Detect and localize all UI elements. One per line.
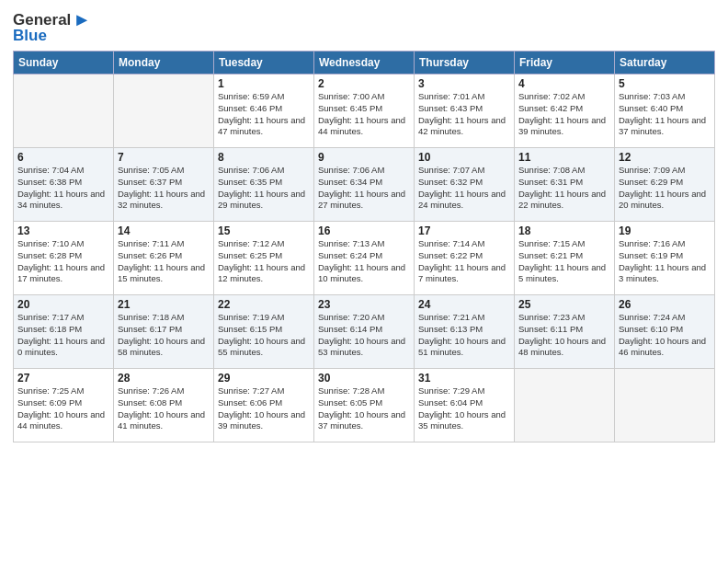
page: General ► Blue SundayMondayTuesdayWednes… [0, 0, 728, 563]
calendar-day-cell: 1Sunrise: 6:59 AM Sunset: 6:46 PM Daylig… [214, 75, 314, 148]
day-info: Sunrise: 7:18 AM Sunset: 6:17 PM Dayligh… [118, 312, 210, 359]
day-number: 27 [17, 372, 109, 385]
calendar-day-cell: 14Sunrise: 7:11 AM Sunset: 6:26 PM Dayli… [114, 222, 214, 295]
logo-arrow-icon: ► [73, 9, 91, 30]
day-number: 9 [318, 151, 410, 164]
day-number: 29 [218, 372, 310, 385]
day-info: Sunrise: 7:24 AM Sunset: 6:10 PM Dayligh… [619, 312, 711, 359]
logo: General ► Blue [13, 9, 91, 45]
day-info: Sunrise: 7:28 AM Sunset: 6:05 PM Dayligh… [318, 385, 410, 432]
calendar-header-row: SundayMondayTuesdayWednesdayThursdayFrid… [14, 52, 715, 75]
day-number: 11 [518, 151, 610, 164]
calendar-day-cell: 20Sunrise: 7:17 AM Sunset: 6:18 PM Dayli… [14, 295, 114, 369]
calendar-day-cell: 3Sunrise: 7:01 AM Sunset: 6:43 PM Daylig… [415, 75, 515, 148]
day-info: Sunrise: 7:19 AM Sunset: 6:15 PM Dayligh… [218, 312, 310, 359]
day-info: Sunrise: 7:05 AM Sunset: 6:37 PM Dayligh… [118, 165, 210, 212]
calendar-day-cell: 15Sunrise: 7:12 AM Sunset: 6:25 PM Dayli… [214, 222, 314, 295]
day-number: 22 [218, 298, 310, 311]
calendar-day-cell: 10Sunrise: 7:07 AM Sunset: 6:32 PM Dayli… [415, 148, 515, 222]
day-info: Sunrise: 7:04 AM Sunset: 6:38 PM Dayligh… [17, 165, 109, 212]
calendar-week-row: 20Sunrise: 7:17 AM Sunset: 6:18 PM Dayli… [14, 295, 715, 369]
calendar-day-cell: 19Sunrise: 7:16 AM Sunset: 6:19 PM Dayli… [615, 222, 715, 295]
calendar-day-cell: 30Sunrise: 7:28 AM Sunset: 6:05 PM Dayli… [314, 369, 415, 442]
col-header-friday: Friday [515, 52, 615, 75]
calendar-day-cell: 24Sunrise: 7:21 AM Sunset: 6:13 PM Dayli… [415, 295, 515, 369]
day-number: 13 [17, 224, 109, 237]
calendar-week-row: 6Sunrise: 7:04 AM Sunset: 6:38 PM Daylig… [14, 148, 715, 222]
day-info: Sunrise: 7:09 AM Sunset: 6:29 PM Dayligh… [619, 165, 711, 212]
calendar-day-cell: 11Sunrise: 7:08 AM Sunset: 6:31 PM Dayli… [515, 148, 615, 222]
calendar-day-cell: 26Sunrise: 7:24 AM Sunset: 6:10 PM Dayli… [615, 295, 715, 369]
day-number: 25 [518, 298, 610, 311]
calendar-day-cell: 17Sunrise: 7:14 AM Sunset: 6:22 PM Dayli… [415, 222, 515, 295]
logo-blue: Blue [13, 27, 47, 45]
day-info: Sunrise: 7:16 AM Sunset: 6:19 PM Dayligh… [619, 238, 711, 285]
day-info: Sunrise: 7:23 AM Sunset: 6:11 PM Dayligh… [518, 312, 610, 359]
day-info: Sunrise: 7:12 AM Sunset: 6:25 PM Dayligh… [218, 238, 310, 285]
col-header-monday: Monday [114, 52, 214, 75]
day-number: 3 [418, 77, 510, 90]
day-info: Sunrise: 7:20 AM Sunset: 6:14 PM Dayligh… [318, 312, 410, 359]
day-info: Sunrise: 7:10 AM Sunset: 6:28 PM Dayligh… [17, 238, 109, 285]
day-number: 15 [218, 224, 310, 237]
day-info: Sunrise: 7:29 AM Sunset: 6:04 PM Dayligh… [418, 385, 510, 432]
day-number: 8 [218, 151, 310, 164]
calendar-day-cell: 7Sunrise: 7:05 AM Sunset: 6:37 PM Daylig… [114, 148, 214, 222]
calendar-day-cell [515, 369, 615, 442]
day-number: 28 [118, 372, 210, 385]
day-number: 6 [17, 151, 109, 164]
day-number: 14 [118, 224, 210, 237]
day-number: 1 [218, 77, 310, 90]
calendar-day-cell: 28Sunrise: 7:26 AM Sunset: 6:08 PM Dayli… [114, 369, 214, 442]
calendar-day-cell: 5Sunrise: 7:03 AM Sunset: 6:40 PM Daylig… [615, 75, 715, 148]
day-number: 26 [619, 298, 711, 311]
day-info: Sunrise: 7:06 AM Sunset: 6:35 PM Dayligh… [218, 165, 310, 212]
day-info: Sunrise: 7:25 AM Sunset: 6:09 PM Dayligh… [17, 385, 109, 432]
day-info: Sunrise: 7:01 AM Sunset: 6:43 PM Dayligh… [418, 91, 510, 138]
calendar-day-cell [14, 75, 114, 148]
day-number: 12 [619, 151, 711, 164]
day-info: Sunrise: 7:08 AM Sunset: 6:31 PM Dayligh… [518, 165, 610, 212]
day-number: 30 [318, 372, 410, 385]
col-header-saturday: Saturday [615, 52, 715, 75]
calendar-day-cell: 8Sunrise: 7:06 AM Sunset: 6:35 PM Daylig… [214, 148, 314, 222]
day-number: 21 [118, 298, 210, 311]
day-number: 18 [518, 224, 610, 237]
calendar-day-cell: 2Sunrise: 7:00 AM Sunset: 6:45 PM Daylig… [314, 75, 415, 148]
calendar-day-cell: 22Sunrise: 7:19 AM Sunset: 6:15 PM Dayli… [214, 295, 314, 369]
day-number: 23 [318, 298, 410, 311]
day-info: Sunrise: 6:59 AM Sunset: 6:46 PM Dayligh… [218, 91, 310, 138]
day-info: Sunrise: 7:21 AM Sunset: 6:13 PM Dayligh… [418, 312, 510, 359]
day-info: Sunrise: 7:13 AM Sunset: 6:24 PM Dayligh… [318, 238, 410, 285]
calendar-week-row: 1Sunrise: 6:59 AM Sunset: 6:46 PM Daylig… [14, 75, 715, 148]
calendar-day-cell: 31Sunrise: 7:29 AM Sunset: 6:04 PM Dayli… [415, 369, 515, 442]
day-number: 5 [619, 77, 711, 90]
calendar-week-row: 27Sunrise: 7:25 AM Sunset: 6:09 PM Dayli… [14, 369, 715, 442]
calendar-day-cell: 13Sunrise: 7:10 AM Sunset: 6:28 PM Dayli… [14, 222, 114, 295]
day-info: Sunrise: 7:26 AM Sunset: 6:08 PM Dayligh… [118, 385, 210, 432]
day-number: 17 [418, 224, 510, 237]
day-info: Sunrise: 7:11 AM Sunset: 6:26 PM Dayligh… [118, 238, 210, 285]
col-header-wednesday: Wednesday [314, 52, 415, 75]
calendar-day-cell: 16Sunrise: 7:13 AM Sunset: 6:24 PM Dayli… [314, 222, 415, 295]
day-info: Sunrise: 7:03 AM Sunset: 6:40 PM Dayligh… [619, 91, 711, 138]
day-info: Sunrise: 7:06 AM Sunset: 6:34 PM Dayligh… [318, 165, 410, 212]
calendar-day-cell: 29Sunrise: 7:27 AM Sunset: 6:06 PM Dayli… [214, 369, 314, 442]
calendar-day-cell: 6Sunrise: 7:04 AM Sunset: 6:38 PM Daylig… [14, 148, 114, 222]
calendar: SundayMondayTuesdayWednesdayThursdayFrid… [13, 51, 715, 442]
calendar-day-cell: 27Sunrise: 7:25 AM Sunset: 6:09 PM Dayli… [14, 369, 114, 442]
day-info: Sunrise: 7:07 AM Sunset: 6:32 PM Dayligh… [418, 165, 510, 212]
day-number: 7 [118, 151, 210, 164]
calendar-day-cell [114, 75, 214, 148]
day-info: Sunrise: 7:17 AM Sunset: 6:18 PM Dayligh… [17, 312, 109, 359]
day-number: 16 [318, 224, 410, 237]
day-info: Sunrise: 7:02 AM Sunset: 6:42 PM Dayligh… [518, 91, 610, 138]
day-info: Sunrise: 7:14 AM Sunset: 6:22 PM Dayligh… [418, 238, 510, 285]
day-number: 19 [619, 224, 711, 237]
day-info: Sunrise: 7:00 AM Sunset: 6:45 PM Dayligh… [318, 91, 410, 138]
day-number: 20 [17, 298, 109, 311]
col-header-thursday: Thursday [415, 52, 515, 75]
calendar-day-cell: 9Sunrise: 7:06 AM Sunset: 6:34 PM Daylig… [314, 148, 415, 222]
calendar-day-cell: 23Sunrise: 7:20 AM Sunset: 6:14 PM Dayli… [314, 295, 415, 369]
calendar-week-row: 13Sunrise: 7:10 AM Sunset: 6:28 PM Dayli… [14, 222, 715, 295]
